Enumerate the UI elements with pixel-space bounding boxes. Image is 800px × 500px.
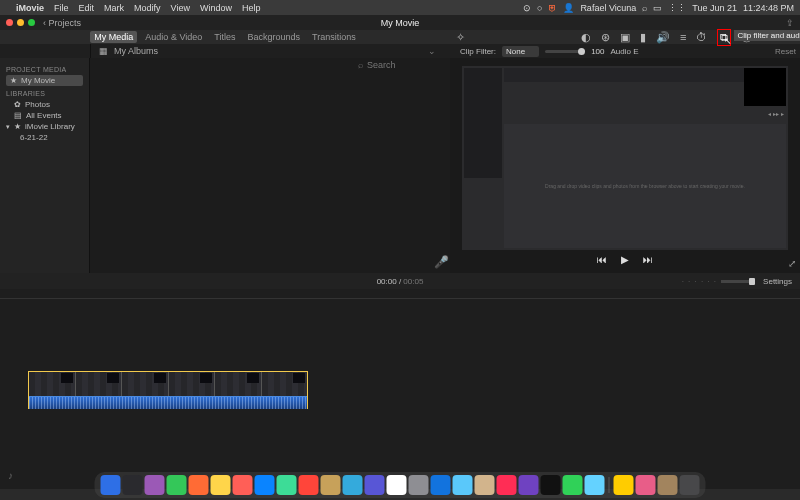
dock-app[interactable] <box>680 475 700 495</box>
filter-amount-value: 100 <box>591 47 604 56</box>
sidebar-item-photos[interactable]: ✿ Photos <box>6 99 83 110</box>
search-input[interactable] <box>367 60 427 70</box>
dock-app[interactable] <box>497 475 517 495</box>
preview-placeholder-text: Drag and drop video clips and photos fro… <box>545 183 745 189</box>
dock-app[interactable] <box>475 475 495 495</box>
macos-dock <box>95 472 706 498</box>
noise-eq-icon[interactable]: ≡ <box>680 31 686 43</box>
tab-transitions[interactable]: Transitions <box>308 31 360 43</box>
zoom-button[interactable] <box>28 19 35 26</box>
dock-app[interactable] <box>145 475 165 495</box>
music-track-icon[interactable]: ♪ <box>8 470 13 481</box>
dock-app[interactable] <box>343 475 363 495</box>
preview-viewer[interactable]: ◂▸▸▸ Drag and drop video clips and photo… <box>462 66 788 250</box>
clip-audio-waveform[interactable] <box>29 396 307 409</box>
menu-edit[interactable]: Edit <box>79 3 95 13</box>
status-icon-2[interactable]: ○ <box>537 3 542 13</box>
albums-dropdown[interactable]: ▦ My Albums ⌄ <box>90 44 444 58</box>
crop-icon[interactable]: ▣ <box>620 31 630 44</box>
dock-app[interactable] <box>233 475 253 495</box>
dock-app[interactable] <box>585 475 605 495</box>
close-button[interactable] <box>6 19 13 26</box>
dock-app[interactable] <box>636 475 656 495</box>
sidebar-project-item[interactable]: ★ My Movie <box>6 75 83 86</box>
dock-app[interactable] <box>189 475 209 495</box>
menu-file[interactable]: File <box>54 3 69 13</box>
menu-modify[interactable]: Modify <box>134 3 161 13</box>
menu-mark[interactable]: Mark <box>104 3 124 13</box>
sidebar-project-label: My Movie <box>21 76 55 85</box>
dock-app[interactable] <box>167 475 187 495</box>
upper-panel: PROJECT MEDIA ★ My Movie LIBRARIES ✿ Pho… <box>0 58 800 273</box>
color-correction-icon[interactable]: ⊛ <box>601 31 610 44</box>
voiceover-icon[interactable]: 🎤 <box>434 255 449 269</box>
tab-audio-video[interactable]: Audio & Video <box>141 31 206 43</box>
color-balance-icon[interactable]: ◐ <box>581 31 591 44</box>
clip-filter-button[interactable]: ⧉ ↖ Clip filter and audio effects <box>717 29 731 46</box>
star-icon: ★ <box>14 122 21 131</box>
volume-icon[interactable]: 🔊 <box>656 31 670 44</box>
timeline[interactable]: ♪ <box>0 289 800 489</box>
sidebar-label: All Events <box>26 111 62 120</box>
dock-app[interactable] <box>409 475 429 495</box>
menu-window[interactable]: Window <box>200 3 232 13</box>
dock-app[interactable] <box>563 475 583 495</box>
timeline-clip[interactable] <box>28 371 308 409</box>
tab-titles[interactable]: Titles <box>210 31 239 43</box>
menu-help[interactable]: Help <box>242 3 261 13</box>
dock-app[interactable] <box>123 475 143 495</box>
dock-app[interactable] <box>365 475 385 495</box>
tab-backgrounds[interactable]: Backgrounds <box>243 31 304 43</box>
settings-button[interactable]: Settings <box>763 277 792 286</box>
dock-app[interactable] <box>453 475 473 495</box>
fullscreen-icon[interactable]: ⤢ <box>788 258 796 269</box>
status-user[interactable]: Rafael Vicuna <box>580 3 636 13</box>
sidebar-header-libraries: LIBRARIES <box>6 90 83 97</box>
dock-app[interactable] <box>541 475 561 495</box>
timeline-ruler[interactable] <box>0 289 800 299</box>
sidebar-item-event[interactable]: 6-21-22 <box>6 132 83 143</box>
transport-controls: ⏮ ▶ ⏭ <box>454 250 796 269</box>
next-icon[interactable]: ⏭ <box>643 254 653 265</box>
media-browser: ⌕ <box>90 58 450 273</box>
projects-back-button[interactable]: ‹ Projects <box>43 18 81 28</box>
preview-panel: ◂▸▸▸ Drag and drop video clips and photo… <box>450 58 800 273</box>
dock-app[interactable] <box>658 475 678 495</box>
dock-app[interactable] <box>519 475 539 495</box>
dock-app[interactable] <box>277 475 297 495</box>
filter-amount-slider[interactable] <box>545 50 585 53</box>
stabilization-icon[interactable]: ▮ <box>640 31 646 44</box>
enhance-icon[interactable]: ✧ <box>456 31 465 44</box>
dock-app[interactable] <box>101 475 121 495</box>
reset-button[interactable]: Reset <box>775 47 796 56</box>
tab-my-media[interactable]: My Media <box>90 31 137 43</box>
dock-app[interactable] <box>211 475 231 495</box>
clip-filter-select[interactable]: None <box>502 46 539 57</box>
albums-label: My Albums <box>114 46 158 56</box>
dock-app[interactable] <box>431 475 451 495</box>
status-battery-icon[interactable]: ▭ <box>653 3 662 13</box>
dock-app[interactable] <box>299 475 319 495</box>
events-icon: ▤ <box>14 111 22 120</box>
dock-app[interactable] <box>255 475 275 495</box>
status-search-icon[interactable]: ⌕ <box>642 3 647 13</box>
status-user-icon[interactable]: 👤 <box>563 3 574 13</box>
dock-app[interactable] <box>321 475 341 495</box>
speed-icon[interactable]: ⏱ <box>696 31 707 43</box>
share-icon[interactable]: ⇪ <box>786 18 794 28</box>
minimize-button[interactable] <box>17 19 24 26</box>
dock-app[interactable] <box>614 475 634 495</box>
sidebar-item-all-events[interactable]: ▤ All Events <box>6 110 83 121</box>
status-icon-1[interactable]: ⊙ <box>523 3 531 13</box>
prev-icon[interactable]: ⏮ <box>597 254 607 265</box>
chevron-down-icon: ⌄ <box>428 46 436 56</box>
menu-app[interactable]: iMovie <box>16 3 44 13</box>
sidebar-label: iMovie Library <box>25 122 75 131</box>
play-icon[interactable]: ▶ <box>621 254 629 265</box>
sidebar-item-library[interactable]: ▾ ★ iMovie Library <box>6 121 83 132</box>
menu-view[interactable]: View <box>171 3 190 13</box>
dock-app[interactable] <box>387 475 407 495</box>
status-wifi-icon[interactable]: ⋮⋮ <box>668 3 686 13</box>
zoom-slider[interactable] <box>721 280 755 283</box>
status-shield-icon[interactable]: ⛨ <box>548 3 557 13</box>
